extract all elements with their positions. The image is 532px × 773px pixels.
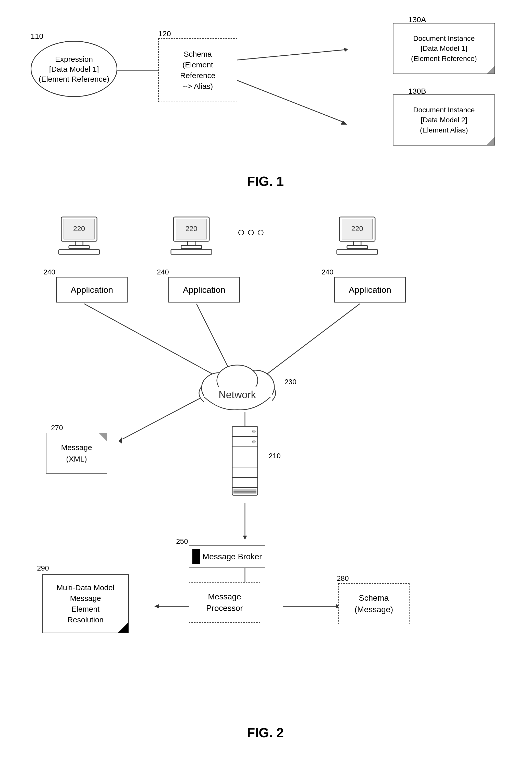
svg-rect-31 (171, 250, 212, 254)
network-cloud: Network (194, 357, 281, 415)
fig1-label: FIG. 1 (247, 174, 284, 189)
app-label-3: 240 (321, 268, 333, 276)
server-label: 210 (269, 452, 281, 460)
application-box-2: Application (168, 277, 240, 302)
multi-data-box: Multi-Data Model Message Element Resolut… (42, 574, 129, 633)
svg-marker-20 (119, 437, 122, 444)
msg-xml-label: 270 (51, 424, 63, 432)
svg-rect-24 (69, 245, 89, 249)
computer-2: 220 (166, 214, 217, 256)
diagram-container: 110 Expression [Data Model 1] (Element R… (0, 0, 532, 773)
svg-text:220: 220 (73, 225, 85, 232)
svg-marker-18 (154, 604, 159, 608)
doc-instance-130b: Document Instance [Data Model 2] (Elemen… (393, 94, 495, 145)
application-box-3: Application (334, 277, 406, 302)
fig2-label: FIG. 2 (247, 725, 284, 740)
server-icon (225, 424, 265, 501)
label-110: 110 (31, 32, 43, 41)
computer-1: 220 (54, 214, 105, 256)
network-label: 230 (284, 378, 296, 386)
application-box-1: Application (56, 277, 128, 302)
broker-black-rect (192, 549, 200, 564)
ellipsis: ○○○ (237, 225, 267, 239)
label-120: 120 (158, 29, 171, 38)
svg-marker-3 (344, 48, 348, 52)
svg-rect-36 (347, 245, 367, 249)
svg-text:Network: Network (219, 389, 256, 400)
svg-text:220: 220 (185, 225, 197, 232)
schema-message-box: Schema (Message) (338, 583, 410, 624)
schema-msg-label: 280 (337, 574, 349, 583)
multi-data-label: 290 (37, 564, 49, 572)
svg-marker-12 (243, 536, 247, 540)
message-broker-box: Message Broker (189, 545, 265, 568)
computer-3: 220 (332, 214, 383, 256)
label-130b: 130B (408, 87, 426, 95)
expression-node: Expression [Data Model 1] (Element Refer… (31, 41, 117, 97)
schema-node: Schema (Element Reference --> Alias) (158, 38, 237, 102)
svg-line-4 (237, 80, 344, 122)
doc-instance-130a: Document Instance [Data Model 1] (Elemen… (393, 23, 495, 74)
svg-point-52 (252, 430, 255, 433)
svg-rect-30 (181, 245, 202, 249)
svg-line-2 (237, 50, 344, 60)
app-label-2: 240 (157, 268, 169, 276)
svg-marker-5 (341, 121, 347, 125)
svg-text:220: 220 (351, 225, 363, 232)
fig2-area: 220 220 ○○○ 220 (15, 209, 515, 745)
broker-label: 250 (176, 537, 188, 546)
label-130a: 130A (408, 15, 426, 24)
app-label-1: 240 (43, 268, 55, 276)
message-xml-box: Message (XML) (46, 433, 107, 474)
svg-rect-37 (337, 250, 378, 254)
fig1-area: 110 Expression [Data Model 1] (Element R… (15, 15, 515, 194)
svg-point-53 (252, 440, 255, 443)
message-processor-box: Message Processor (189, 582, 260, 623)
svg-rect-25 (59, 250, 100, 254)
